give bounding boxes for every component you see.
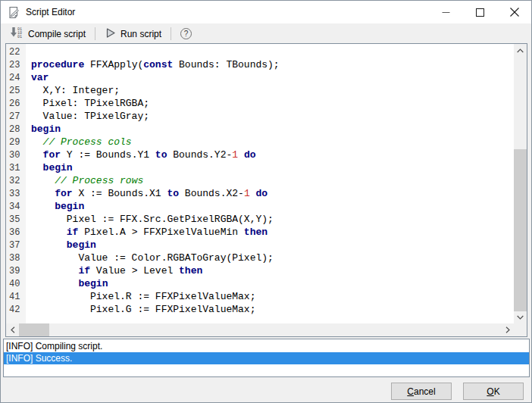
code-line: 39 if Value > Level then xyxy=(6,264,514,277)
code-line: 25 X,Y: Integer; xyxy=(6,84,514,97)
scroll-left-arrow-icon[interactable] xyxy=(6,323,19,336)
line-number: 34 xyxy=(6,202,26,212)
scroll-up-arrow-icon[interactable] xyxy=(514,44,527,57)
code-text: Pixel.R := FFXPixelValueMax; xyxy=(26,291,255,302)
code-text: // Process cols xyxy=(26,136,132,148)
line-number: 24 xyxy=(6,73,26,83)
code-text: for Y := Bounds.Y1 to Bounds.Y2-1 do xyxy=(26,149,256,161)
svg-text:01: 01 xyxy=(17,35,22,39)
minimize-icon xyxy=(442,8,450,17)
code-text: // Process rows xyxy=(26,175,143,186)
run-label: Run script xyxy=(120,29,161,39)
vertical-scrollbar[interactable] xyxy=(514,44,527,323)
log-item[interactable]: [INFO] Compiling script. xyxy=(4,340,529,352)
code-text: X,Y: Integer; xyxy=(26,85,120,96)
scroll-right-arrow-icon[interactable] xyxy=(501,323,514,336)
code-line: 22 xyxy=(6,45,514,58)
line-number: 23 xyxy=(6,60,26,70)
code-line: 27 Value: TPixelGray; xyxy=(6,110,514,123)
line-number: 42 xyxy=(6,305,26,315)
maximize-button[interactable] xyxy=(463,1,497,23)
line-number: 31 xyxy=(6,163,26,173)
line-number: 36 xyxy=(6,227,26,238)
horizontal-scrollbar[interactable] xyxy=(6,323,514,336)
code-text: var xyxy=(26,72,49,83)
code-text: begin xyxy=(26,278,108,289)
help-button[interactable]: ? xyxy=(174,25,198,42)
log-item[interactable]: [INFO] Success. xyxy=(4,352,529,364)
line-number: 25 xyxy=(6,86,26,96)
line-number: 37 xyxy=(6,240,26,251)
code-line: 35 Pixel := FFX.Src.GetPixelRGBA(X,Y); xyxy=(6,213,514,226)
maximize-icon xyxy=(476,8,484,17)
code-line: 33 for X := Bounds.X1 to Bounds.X2-1 do xyxy=(6,187,514,200)
toolbar-separator xyxy=(171,27,171,40)
line-number: 41 xyxy=(6,292,26,302)
code-line: 40 begin xyxy=(6,277,514,290)
code-text: Value: TPixelGray; xyxy=(26,111,149,122)
window-title: Script Editor xyxy=(26,7,75,17)
code-area[interactable]: 2223procedure FFXApply(const Bounds: TBo… xyxy=(6,44,514,323)
code-line: 24var xyxy=(6,71,514,84)
code-text: procedure FFXApply(const Bounds: TBounds… xyxy=(26,59,280,70)
window-controls xyxy=(429,1,531,23)
titlebar[interactable]: Script Editor xyxy=(1,1,531,23)
line-number: 38 xyxy=(6,253,26,264)
code-editor[interactable]: 2223procedure FFXApply(const Bounds: TBo… xyxy=(5,43,527,337)
code-text: begin xyxy=(26,162,73,173)
close-button[interactable] xyxy=(497,1,531,23)
help-icon: ? xyxy=(180,28,192,39)
toolbar-separator xyxy=(95,27,95,40)
run-script-button[interactable]: Run script xyxy=(99,24,167,44)
code-text: Pixel: TPixelRGBA; xyxy=(26,98,149,109)
code-text: if Value > Level then xyxy=(26,265,202,276)
close-icon xyxy=(510,8,519,17)
code-line: 26 Pixel: TPixelRGBA; xyxy=(6,97,514,110)
line-number: 22 xyxy=(6,47,26,58)
line-number: 35 xyxy=(6,214,26,225)
code-line: 37 begin xyxy=(6,239,514,251)
toolbar: 01 10 01 Compile script Run script ? xyxy=(1,23,531,44)
line-number: 26 xyxy=(6,98,26,109)
code-line: 36 if Pixel.A > FFXPixelValueMin then xyxy=(6,226,514,239)
code-text: begin xyxy=(26,201,84,212)
line-number: 33 xyxy=(6,189,26,199)
code-line: 42 Pixel.G := FFXPixelValueMax; xyxy=(6,303,514,316)
scrollbar-corner xyxy=(514,323,527,336)
code-line: 32 // Process rows xyxy=(6,174,514,187)
line-number: 29 xyxy=(6,137,26,148)
code-line: 38 Value := Color.RGBAToGray(Pixel); xyxy=(6,251,514,264)
code-line: 30 for Y := Bounds.Y1 to Bounds.Y2-1 do xyxy=(6,148,514,161)
code-line: 31 begin xyxy=(6,161,514,174)
code-text: begin xyxy=(26,123,61,135)
code-line: 23procedure FFXApply(const Bounds: TBoun… xyxy=(6,58,514,71)
ok-button[interactable]: OK xyxy=(463,383,524,400)
code-text: begin xyxy=(26,239,96,251)
code-text: Value := Color.RGBAToGray(Pixel); xyxy=(26,252,274,264)
line-number: 39 xyxy=(6,266,26,276)
code-line: 41 Pixel.R := FFXPixelValueMax; xyxy=(6,290,514,303)
code-text: for X := Bounds.X1 to Bounds.X2-1 do xyxy=(26,188,268,199)
code-line: 29 // Process cols xyxy=(6,136,514,148)
compile-icon: 01 10 01 xyxy=(10,27,23,41)
compile-script-button[interactable]: 01 10 01 Compile script xyxy=(4,23,92,44)
log-list[interactable]: [INFO] Compiling script.[INFO] Success. xyxy=(3,339,530,377)
line-number: 40 xyxy=(6,279,26,289)
scroll-down-arrow-icon[interactable] xyxy=(514,311,527,323)
code-line: 34 begin xyxy=(6,200,514,213)
compile-label: Compile script xyxy=(28,29,86,39)
code-text: Pixel.G := FFXPixelValueMax; xyxy=(26,304,255,315)
code-text: if Pixel.A > FFXPixelValueMin then xyxy=(26,226,268,238)
line-number: 32 xyxy=(6,176,26,186)
cancel-button[interactable]: Cancel xyxy=(391,383,452,400)
horizontal-scrollbar-thumb[interactable] xyxy=(19,323,49,336)
minimize-button[interactable] xyxy=(429,1,463,23)
code-text: Pixel := FFX.Src.GetPixelRGBA(X,Y); xyxy=(26,214,274,225)
line-number: 28 xyxy=(6,124,26,135)
script-editor-window: Script Editor 01 xyxy=(0,0,532,403)
code-line: 28begin xyxy=(6,123,514,136)
script-document-icon xyxy=(8,6,20,19)
run-play-icon xyxy=(105,27,116,41)
vertical-scrollbar-thumb[interactable] xyxy=(514,149,527,311)
line-number: 30 xyxy=(6,150,26,161)
